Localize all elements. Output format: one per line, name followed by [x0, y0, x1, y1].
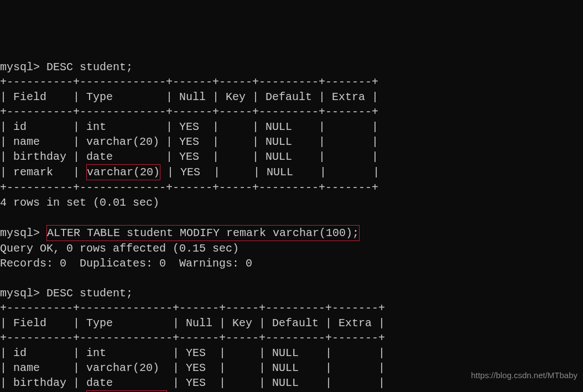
mysql-prompt: mysql>	[0, 287, 40, 300]
watermark-text: https://blog.csdn.net/MTbaby	[471, 370, 577, 381]
table2-row-name: | name | varchar(20) | YES | | NULL | |	[0, 362, 385, 374]
table1-row-remark-suffix: | YES | | NULL | |	[160, 166, 379, 179]
sql-command-desc1: DESC student;	[46, 61, 133, 74]
table2-row-id: | id | int | YES | | NULL | |	[0, 347, 385, 359]
table1-row-id: | id | int | YES | | NULL | |	[0, 121, 378, 133]
result-queryok: Query OK, 0 rows affected (0.15 sec)	[0, 242, 239, 255]
mysql-prompt: mysql>	[0, 61, 40, 74]
mysql-prompt: mysql>	[0, 227, 40, 239]
table1-row-birthday: | birthday | date | YES | | NULL | |	[0, 150, 378, 163]
table1-border-mid: +----------+-------------+------+-----+-…	[0, 106, 378, 118]
table1-row-remark-prefix: | remark |	[0, 166, 86, 179]
terminal-output: mysql> DESC student; +----------+-------…	[0, 60, 583, 392]
result-rows1: 4 rows in set (0.01 sec)	[0, 196, 159, 209]
highlight-alter-command: ALTER TABLE student MODIFY remark varcha…	[46, 225, 360, 241]
highlight-varchar20: varchar(20)	[86, 164, 160, 180]
table2-border-top: +----------+--------------+------+-----+…	[0, 302, 385, 315]
sql-command-desc2: DESC student;	[46, 287, 133, 300]
table1-row-name: | name | varchar(20) | YES | | NULL | |	[0, 135, 378, 148]
table2-row-birthday: | birthday | date | YES | | NULL | |	[0, 377, 385, 389]
table2-header: | Field | Type | Null | Key | Default | …	[0, 317, 385, 330]
table2-border-mid: +----------+--------------+------+-----+…	[0, 332, 385, 344]
result-records: Records: 0 Duplicates: 0 Warnings: 0	[0, 257, 252, 270]
table1-border-bottom: +----------+-------------+------+-----+-…	[0, 181, 378, 194]
table1-border-top: +----------+-------------+------+-----+-…	[0, 76, 378, 88]
table1-header: | Field | Type | Null | Key | Default | …	[0, 91, 378, 103]
